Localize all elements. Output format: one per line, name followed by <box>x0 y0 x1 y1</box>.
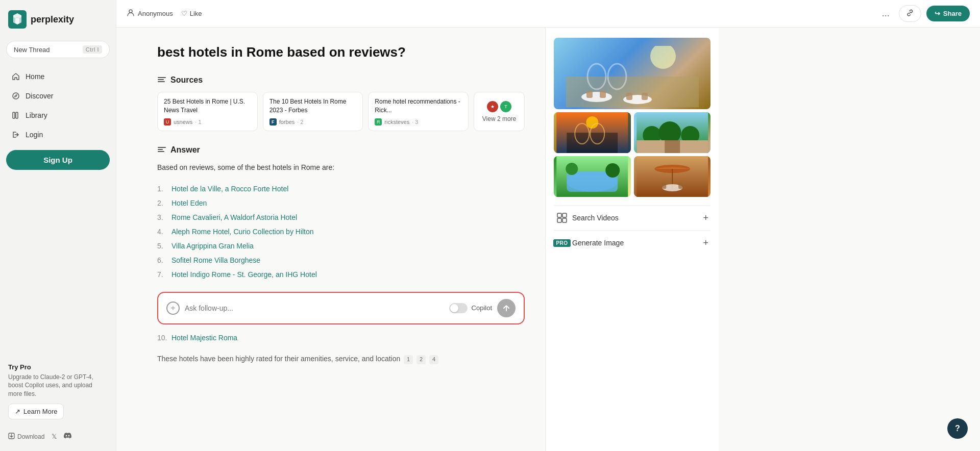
video-grid-icon <box>556 212 568 224</box>
generate-image-plus: + <box>703 238 708 248</box>
view-more-card[interactable]: ★ T View 2 more <box>474 92 525 132</box>
generate-image-left: PRO Generate Image <box>556 237 624 249</box>
followup-add-button[interactable]: + <box>166 302 180 315</box>
list-item: 5.Villa Agrippina Gran Melia <box>157 239 525 253</box>
svg-rect-21 <box>642 93 648 100</box>
footnote-1[interactable]: 1 <box>404 355 413 364</box>
followup-input[interactable] <box>185 304 444 312</box>
svg-rect-47 <box>562 218 567 222</box>
more-options-button[interactable]: ... <box>878 6 894 21</box>
send-button[interactable] <box>497 299 516 317</box>
home-icon <box>11 72 20 81</box>
svg-rect-11 <box>158 151 164 152</box>
sources-icon <box>157 76 166 85</box>
view-more-label: View 2 more <box>482 115 516 122</box>
ricksteves-favicon: R <box>375 118 382 126</box>
topbar-left: Anonymous ♡ Like <box>127 9 202 18</box>
list-item: 6.Sofitel Rome Villa Borghese <box>157 253 525 267</box>
sidebar-item-library[interactable]: Library <box>6 106 110 124</box>
rome-image-2[interactable] <box>554 112 631 153</box>
hotel-link-4[interactable]: Aleph Rome Hotel, Curio Collection by Hi… <box>172 228 314 236</box>
svg-point-36 <box>566 163 578 175</box>
home-label: Home <box>26 72 44 81</box>
svg-point-37 <box>605 163 620 178</box>
svg-rect-45 <box>562 213 567 217</box>
share-button[interactable]: ↪ Share <box>926 6 970 21</box>
topbar-user-label: Anonymous <box>138 10 173 17</box>
footnote-4[interactable]: 4 <box>429 355 438 364</box>
logo-area: perplexity <box>6 8 110 31</box>
link-icon <box>906 9 914 18</box>
search-videos-left: Search Videos <box>556 212 619 224</box>
like-label: Like <box>190 10 202 17</box>
copilot-label: Copilot <box>472 304 492 312</box>
svg-rect-46 <box>557 218 561 222</box>
hotel-link-6[interactable]: Sofitel Rome Villa Borghese <box>172 256 260 264</box>
answer-intro: Based on reviews, some of the best hotel… <box>157 162 525 173</box>
help-button[interactable]: ? <box>947 418 968 439</box>
source-card-forbes[interactable]: The 10 Best Hotels In Rome 2023 - Forbes… <box>263 92 363 132</box>
new-thread-label: New Thread <box>14 46 50 54</box>
rome-image-3[interactable] <box>634 112 711 153</box>
sidebar-item-login[interactable]: Login <box>6 126 110 144</box>
answer-header: Answer <box>157 145 525 155</box>
compass-icon <box>11 91 20 101</box>
learn-more-button[interactable]: ↗ Learn More <box>8 404 64 419</box>
generate-image-label: Generate Image <box>572 239 624 247</box>
library-label: Library <box>26 111 47 119</box>
source-card-usnews[interactable]: 25 Best Hotels in Rome | U.S. News Trave… <box>157 92 258 132</box>
copilot-switch[interactable] <box>449 303 468 313</box>
list-item: 2.Hotel Eden <box>157 196 525 210</box>
twitter-icon: 𝕏 <box>52 433 57 440</box>
rome-scene-svg <box>566 46 699 107</box>
twitter-link[interactable]: 𝕏 <box>52 433 57 440</box>
hotel-link-7[interactable]: Hotel Indigo Rome - St. George, an IHG H… <box>172 270 317 279</box>
link-button[interactable] <box>899 5 921 22</box>
hotel-link-3[interactable]: Rome Cavalieri, A Waldorf Astoria Hotel <box>172 213 297 221</box>
rome-image-5[interactable] <box>634 156 711 197</box>
help-icon: ? <box>955 424 960 433</box>
source-meta-forbes: F forbes · 2 <box>270 118 357 126</box>
source-title-usnews: 25 Best Hotels in Rome | U.S. News Trave… <box>164 97 251 115</box>
sidebar-item-home[interactable]: Home <box>6 67 110 86</box>
svg-rect-19 <box>600 91 606 98</box>
svg-point-1 <box>13 93 19 99</box>
svg-rect-8 <box>158 81 165 82</box>
svg-rect-24 <box>567 133 618 153</box>
discord-link[interactable] <box>64 433 71 441</box>
source-card-ricksteves[interactable]: Rome hotel recommendations - Rick... R r… <box>368 92 469 132</box>
share-icon: ↪ <box>935 10 940 17</box>
new-thread-button[interactable]: New Thread Ctrl I <box>6 41 110 58</box>
copilot-toggle: Copilot <box>449 303 492 313</box>
generate-image-action[interactable]: PRO Generate Image + <box>554 230 710 255</box>
download-link[interactable]: Download <box>8 433 44 441</box>
try-pro-desc: Upgrade to Claude-2 or GPT-4, boost Copi… <box>8 373 108 398</box>
rome-image-large[interactable] <box>554 38 710 109</box>
hotel-link-1[interactable]: Hotel de la Ville, a Rocco Forte Hotel <box>172 185 288 193</box>
extra-source-icon-1: ★ <box>487 101 498 112</box>
hotel-link-5[interactable]: Villa Agrippina Gran Melia <box>172 242 254 250</box>
discord-icon <box>64 433 71 441</box>
svg-point-16 <box>581 92 612 102</box>
topbar-right: ... ↪ Share <box>878 5 970 22</box>
forbes-num: · 2 <box>297 119 303 125</box>
source-meta-ricksteves: R ricksteves · 3 <box>375 118 462 126</box>
footnote-2[interactable]: 2 <box>416 355 426 364</box>
list-item: 10.Hotel Majestic Roma <box>157 331 525 345</box>
images-grid <box>554 38 710 197</box>
list-item: 3.Rome Cavalieri, A Waldorf Astoria Hote… <box>157 210 525 224</box>
answer-panel: best hotels in Rome based on reviews? So… <box>116 28 545 451</box>
hotel-link-2[interactable]: Hotel Eden <box>172 199 207 207</box>
library-icon <box>11 111 20 120</box>
like-button[interactable]: ♡ Like <box>181 10 202 17</box>
hotel-link-10[interactable]: Hotel Majestic Roma <box>172 334 237 342</box>
signup-button[interactable]: Sign Up <box>6 150 110 170</box>
download-icon <box>8 433 15 441</box>
login-label: Login <box>26 131 43 139</box>
sidebar-item-discover[interactable]: Discover <box>6 87 110 105</box>
search-videos-action[interactable]: Search Videos + <box>554 205 710 230</box>
followup-container: + Copilot <box>157 292 525 324</box>
svg-rect-43 <box>678 183 682 189</box>
try-pro-title: Try Pro <box>8 363 108 371</box>
rome-image-4[interactable] <box>554 156 631 197</box>
